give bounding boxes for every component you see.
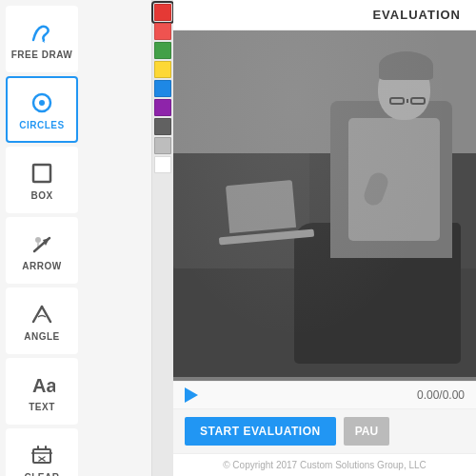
start-evaluation-button[interactable]: START EVALUATION — [185, 417, 336, 446]
color-swatch-blue[interactable] — [154, 80, 171, 97]
tool-text[interactable]: Aa TEXT — [6, 358, 78, 425]
tool-clear-label: CLEAR — [25, 472, 60, 477]
tool-box-label: BOX — [30, 190, 52, 201]
tool-clear[interactable]: CLEAR — [6, 428, 78, 476]
svg-rect-10 — [33, 449, 50, 463]
tool-free-draw[interactable]: FREE DRAW — [6, 6, 78, 72]
video-container — [173, 30, 476, 381]
play-button[interactable] — [185, 387, 198, 403]
main-content: EVALUATION — [173, 0, 476, 476]
svg-line-8 — [42, 307, 50, 322]
color-swatch-red[interactable] — [154, 4, 171, 21]
svg-line-7 — [33, 307, 42, 322]
pause-button[interactable]: PAU — [344, 417, 389, 446]
footer: © Copyright 2017 Custom Solutions Group,… — [173, 453, 476, 476]
copyright-text: © Copyright 2017 Custom Solutions Group,… — [223, 460, 426, 470]
tool-angle[interactable]: ANGLE — [6, 288, 78, 354]
toolbar: FREE DRAW CIRCLES BOX ARROW — [0, 0, 152, 476]
evaluation-label: EVALUATION — [372, 8, 461, 22]
color-palette — [152, 0, 173, 476]
color-swatch-dark-gray[interactable] — [154, 118, 171, 135]
top-bar: EVALUATION — [173, 0, 476, 30]
tool-arrow-label: ARROW — [22, 261, 61, 271]
tool-angle-label: ANGLE — [24, 331, 60, 342]
tool-circles-label: CIRCLES — [19, 120, 64, 130]
video-controls: 0.00/0.00 — [173, 381, 476, 408]
color-swatch-light-gray[interactable] — [154, 137, 171, 154]
svg-point-5 — [35, 237, 41, 243]
svg-rect-2 — [33, 165, 50, 182]
color-swatch-green[interactable] — [154, 42, 171, 59]
color-swatch-purple[interactable] — [154, 99, 171, 116]
tool-free-draw-label: FREE DRAW — [11, 50, 73, 60]
time-display: 0.00/0.00 — [417, 388, 465, 402]
color-swatch-yellow[interactable] — [154, 61, 171, 78]
progress-bar[interactable] — [173, 377, 476, 381]
svg-point-1 — [39, 100, 45, 106]
tool-text-label: TEXT — [29, 402, 55, 412]
color-swatch-white[interactable] — [154, 156, 171, 173]
tool-box[interactable]: BOX — [6, 147, 78, 213]
tool-circles[interactable]: CIRCLES — [6, 76, 78, 143]
color-swatch-red2[interactable] — [154, 23, 171, 40]
svg-text:Aa: Aa — [32, 375, 55, 396]
video-frame — [173, 30, 476, 381]
tool-arrow[interactable]: ARROW — [6, 217, 78, 284]
bottom-bar: START EVALUATION PAU — [173, 408, 476, 453]
